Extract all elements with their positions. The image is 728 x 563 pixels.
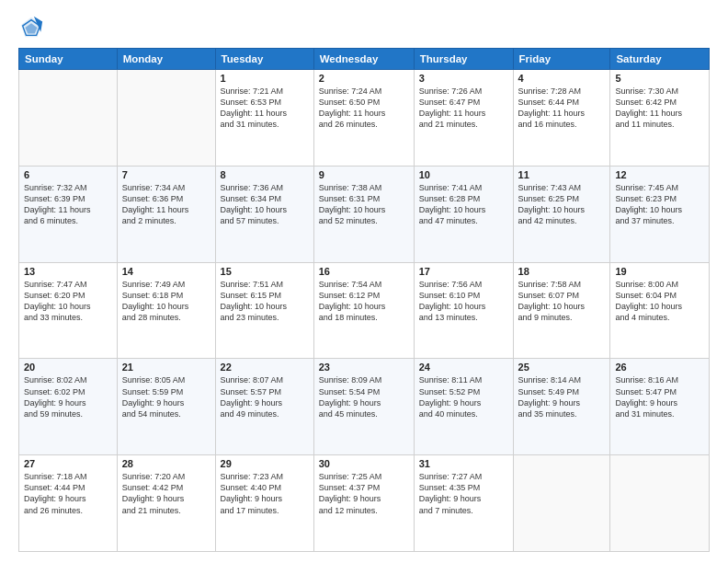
header	[18, 15, 710, 40]
weekday-header: Sunday	[19, 49, 118, 70]
calendar-cell: 24Sunrise: 8:11 AM Sunset: 5:52 PM Dayli…	[414, 359, 513, 455]
day-number: 9	[319, 169, 409, 180]
calendar-cell: 25Sunrise: 8:14 AM Sunset: 5:49 PM Dayli…	[513, 359, 610, 455]
day-info: Sunrise: 8:07 AM Sunset: 5:57 PM Dayligh…	[221, 374, 309, 419]
calendar-cell: 6Sunrise: 7:32 AM Sunset: 6:39 PM Daylig…	[19, 166, 118, 262]
calendar-cell: 10Sunrise: 7:41 AM Sunset: 6:28 PM Dayli…	[414, 166, 513, 262]
day-info: Sunrise: 7:32 AM Sunset: 6:39 PM Dayligh…	[24, 182, 112, 227]
calendar-cell: 28Sunrise: 7:20 AM Sunset: 4:42 PM Dayli…	[117, 455, 215, 552]
calendar-cell: 13Sunrise: 7:47 AM Sunset: 6:20 PM Dayli…	[19, 262, 118, 359]
day-info: Sunrise: 7:54 AM Sunset: 6:12 PM Dayligh…	[319, 279, 409, 324]
day-number: 1	[221, 73, 309, 84]
calendar-cell: 5Sunrise: 7:30 AM Sunset: 6:42 PM Daylig…	[610, 70, 710, 167]
day-info: Sunrise: 8:09 AM Sunset: 5:54 PM Dayligh…	[319, 374, 409, 419]
day-number: 19	[615, 266, 704, 277]
calendar-cell: 9Sunrise: 7:38 AM Sunset: 6:31 PM Daylig…	[313, 166, 414, 262]
day-number: 6	[24, 169, 112, 180]
calendar-cell	[610, 455, 710, 552]
calendar-week-row: 1Sunrise: 7:21 AM Sunset: 6:53 PM Daylig…	[19, 70, 710, 167]
calendar-cell: 31Sunrise: 7:27 AM Sunset: 4:35 PM Dayli…	[414, 455, 513, 552]
calendar-cell: 16Sunrise: 7:54 AM Sunset: 6:12 PM Dayli…	[313, 262, 414, 359]
calendar-body: 1Sunrise: 7:21 AM Sunset: 6:53 PM Daylig…	[19, 70, 710, 552]
day-number: 24	[419, 362, 508, 373]
day-info: Sunrise: 7:28 AM Sunset: 6:44 PM Dayligh…	[518, 86, 606, 131]
day-info: Sunrise: 8:16 AM Sunset: 5:47 PM Dayligh…	[615, 374, 704, 419]
day-info: Sunrise: 7:24 AM Sunset: 6:50 PM Dayligh…	[319, 86, 409, 131]
day-number: 12	[615, 169, 704, 180]
day-info: Sunrise: 7:34 AM Sunset: 6:36 PM Dayligh…	[122, 182, 210, 227]
logo	[18, 15, 48, 40]
weekday-header: Wednesday	[313, 49, 414, 70]
calendar-cell: 29Sunrise: 7:23 AM Sunset: 4:40 PM Dayli…	[215, 455, 313, 552]
day-info: Sunrise: 7:23 AM Sunset: 4:40 PM Dayligh…	[221, 471, 309, 516]
calendar-cell: 22Sunrise: 8:07 AM Sunset: 5:57 PM Dayli…	[215, 359, 313, 455]
calendar-cell: 4Sunrise: 7:28 AM Sunset: 6:44 PM Daylig…	[513, 70, 610, 167]
day-info: Sunrise: 8:11 AM Sunset: 5:52 PM Dayligh…	[419, 374, 508, 419]
day-info: Sunrise: 8:05 AM Sunset: 5:59 PM Dayligh…	[122, 374, 210, 419]
day-info: Sunrise: 7:30 AM Sunset: 6:42 PM Dayligh…	[615, 86, 704, 131]
day-info: Sunrise: 7:27 AM Sunset: 4:35 PM Dayligh…	[419, 471, 508, 516]
calendar-cell: 26Sunrise: 8:16 AM Sunset: 5:47 PM Dayli…	[610, 359, 710, 455]
calendar-cell: 11Sunrise: 7:43 AM Sunset: 6:25 PM Dayli…	[513, 166, 610, 262]
calendar-cell: 7Sunrise: 7:34 AM Sunset: 6:36 PM Daylig…	[117, 166, 215, 262]
day-number: 29	[221, 458, 309, 469]
calendar: SundayMondayTuesdayWednesdayThursdayFrid…	[18, 48, 710, 552]
header-row: SundayMondayTuesdayWednesdayThursdayFrid…	[19, 49, 710, 70]
day-info: Sunrise: 7:47 AM Sunset: 6:20 PM Dayligh…	[24, 279, 112, 324]
weekday-header: Friday	[513, 49, 610, 70]
calendar-week-row: 27Sunrise: 7:18 AM Sunset: 4:44 PM Dayli…	[19, 455, 710, 552]
day-number: 25	[518, 362, 606, 373]
day-info: Sunrise: 7:41 AM Sunset: 6:28 PM Dayligh…	[419, 182, 508, 227]
calendar-cell	[19, 70, 118, 167]
calendar-week-row: 20Sunrise: 8:02 AM Sunset: 6:02 PM Dayli…	[19, 359, 710, 455]
calendar-cell: 17Sunrise: 7:56 AM Sunset: 6:10 PM Dayli…	[414, 262, 513, 359]
day-info: Sunrise: 7:51 AM Sunset: 6:15 PM Dayligh…	[221, 279, 309, 324]
day-info: Sunrise: 8:02 AM Sunset: 6:02 PM Dayligh…	[24, 374, 112, 419]
calendar-cell	[513, 455, 610, 552]
day-number: 28	[122, 458, 210, 469]
calendar-cell: 18Sunrise: 7:58 AM Sunset: 6:07 PM Dayli…	[513, 262, 610, 359]
weekday-header: Tuesday	[215, 49, 313, 70]
day-info: Sunrise: 8:14 AM Sunset: 5:49 PM Dayligh…	[518, 374, 606, 419]
day-info: Sunrise: 7:43 AM Sunset: 6:25 PM Dayligh…	[518, 182, 606, 227]
day-number: 10	[419, 169, 508, 180]
calendar-cell: 20Sunrise: 8:02 AM Sunset: 6:02 PM Dayli…	[19, 359, 118, 455]
day-number: 13	[24, 266, 112, 277]
day-info: Sunrise: 7:26 AM Sunset: 6:47 PM Dayligh…	[419, 86, 508, 131]
day-number: 22	[221, 362, 309, 373]
day-number: 26	[615, 362, 704, 373]
calendar-week-row: 6Sunrise: 7:32 AM Sunset: 6:39 PM Daylig…	[19, 166, 710, 262]
logo-icon	[18, 15, 44, 40]
day-info: Sunrise: 7:36 AM Sunset: 6:34 PM Dayligh…	[221, 182, 309, 227]
day-info: Sunrise: 7:18 AM Sunset: 4:44 PM Dayligh…	[24, 471, 112, 516]
day-number: 27	[24, 458, 112, 469]
calendar-cell: 8Sunrise: 7:36 AM Sunset: 6:34 PM Daylig…	[215, 166, 313, 262]
day-info: Sunrise: 7:45 AM Sunset: 6:23 PM Dayligh…	[615, 182, 704, 227]
weekday-header: Saturday	[610, 49, 710, 70]
day-number: 8	[221, 169, 309, 180]
day-number: 23	[319, 362, 409, 373]
day-number: 2	[319, 73, 409, 84]
day-number: 5	[615, 73, 704, 84]
calendar-cell: 3Sunrise: 7:26 AM Sunset: 6:47 PM Daylig…	[414, 70, 513, 167]
calendar-cell: 15Sunrise: 7:51 AM Sunset: 6:15 PM Dayli…	[215, 262, 313, 359]
day-number: 7	[122, 169, 210, 180]
day-info: Sunrise: 7:56 AM Sunset: 6:10 PM Dayligh…	[419, 279, 508, 324]
day-number: 30	[319, 458, 409, 469]
calendar-cell: 27Sunrise: 7:18 AM Sunset: 4:44 PM Dayli…	[19, 455, 118, 552]
day-info: Sunrise: 7:21 AM Sunset: 6:53 PM Dayligh…	[221, 86, 309, 131]
day-number: 3	[419, 73, 508, 84]
calendar-cell	[117, 70, 215, 167]
day-number: 20	[24, 362, 112, 373]
calendar-cell: 23Sunrise: 8:09 AM Sunset: 5:54 PM Dayli…	[313, 359, 414, 455]
day-number: 17	[419, 266, 508, 277]
day-number: 16	[319, 266, 409, 277]
day-info: Sunrise: 7:38 AM Sunset: 6:31 PM Dayligh…	[319, 182, 409, 227]
calendar-cell: 30Sunrise: 7:25 AM Sunset: 4:37 PM Dayli…	[313, 455, 414, 552]
calendar-cell: 21Sunrise: 8:05 AM Sunset: 5:59 PM Dayli…	[117, 359, 215, 455]
weekday-header: Thursday	[414, 49, 513, 70]
calendar-cell: 14Sunrise: 7:49 AM Sunset: 6:18 PM Dayli…	[117, 262, 215, 359]
calendar-cell: 12Sunrise: 7:45 AM Sunset: 6:23 PM Dayli…	[610, 166, 710, 262]
calendar-cell: 1Sunrise: 7:21 AM Sunset: 6:53 PM Daylig…	[215, 70, 313, 167]
day-info: Sunrise: 7:49 AM Sunset: 6:18 PM Dayligh…	[122, 279, 210, 324]
